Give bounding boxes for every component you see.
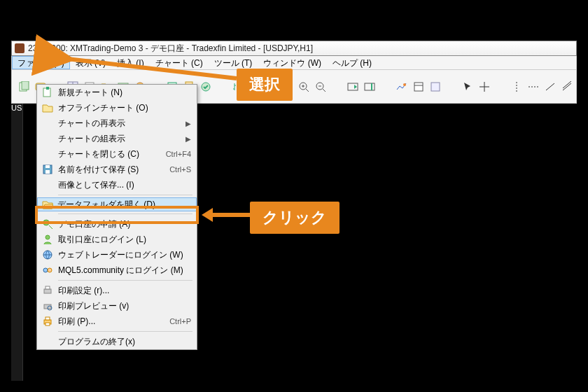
label: 印刷プレビュー (v)	[58, 300, 191, 312]
label: 取引口座にログイン (L)	[58, 234, 191, 246]
tb-hline[interactable]	[526, 79, 541, 94]
save-icon	[37, 164, 58, 175]
label: 印刷 (P)...	[58, 316, 156, 328]
menu-file[interactable]: ファイル (F)	[12, 56, 70, 69]
side-tab-label: US	[11, 104, 22, 112]
arrow-to-file-menu	[63, 56, 238, 84]
svg-point-28	[46, 235, 50, 239]
svg-rect-17	[414, 83, 423, 91]
menu-item-close-chart[interactable]: チャートを閉じる (C) Ctrl+F4	[37, 146, 197, 162]
svg-rect-37	[46, 317, 50, 320]
svg-rect-26	[46, 165, 50, 168]
svg-rect-23	[46, 87, 49, 90]
shortcut: Ctrl+S	[156, 165, 191, 174]
menu-item-print-setup[interactable]: 印刷設定 (r)...	[37, 283, 197, 298]
menu-item-print-preview[interactable]: 印刷プレビュー (v)	[37, 298, 197, 314]
tb-equidistant[interactable]	[559, 79, 575, 94]
label: チャートを閉じる (C)	[58, 148, 156, 160]
print-setup-icon	[37, 285, 58, 296]
callout-select-label: 選択	[249, 76, 280, 93]
label: チャートの組表示	[58, 133, 181, 145]
label: 印刷設定 (r)...	[58, 285, 191, 297]
label: チャートの再表示	[58, 118, 181, 130]
title-bar: 23672900: XMTrading-Demo 3 - デモ口座 - Trad…	[11, 41, 577, 56]
tb-periods[interactable]	[411, 79, 426, 94]
label: ウェブトレーダーにログイン (W)	[58, 249, 191, 261]
menu-item-login-mql5[interactable]: MQL5.community にログイン (M)	[37, 262, 197, 278]
menu-item-save-image[interactable]: 画像として保存... (I)	[37, 177, 197, 192]
tb-trendline[interactable]	[542, 79, 558, 94]
menu-item-chart-redisplay[interactable]: チャートの再表示 ▶	[37, 115, 197, 131]
tb-vline[interactable]	[509, 79, 524, 94]
menu-item-print[interactable]: 印刷 (P)... Ctrl+P	[37, 314, 197, 329]
svg-rect-25	[46, 170, 50, 174]
tb-autoscroll[interactable]	[345, 79, 360, 94]
svg-point-16	[403, 83, 406, 86]
print-preview-icon	[37, 300, 58, 312]
menu-item-login-trading[interactable]: 取引口座にログイン (L)	[37, 232, 197, 247]
label: 名前を付けて保存 (S)	[58, 164, 156, 176]
shortcut: Ctrl+F4	[156, 150, 191, 158]
svg-rect-32	[44, 289, 51, 293]
label: プログラムの終了(x)	[58, 336, 191, 348]
svg-rect-33	[46, 286, 50, 289]
label: 画像として保存... (I)	[58, 179, 191, 191]
tb-indicators[interactable]	[394, 79, 410, 94]
tb-chart-shift[interactable]	[362, 79, 377, 94]
menu-item-exit[interactable]: プログラムの終了(x)	[37, 334, 197, 349]
app-icon	[15, 43, 24, 53]
tb-new-chart[interactable]	[16, 79, 31, 94]
svg-rect-1	[22, 81, 29, 90]
window-title: 23672900: XMTrading-Demo 3 - デモ口座 - Trad…	[28, 43, 313, 55]
side-tab[interactable]: US	[11, 104, 23, 381]
label: オフラインチャート (O)	[58, 102, 191, 114]
menu-item-new-chart[interactable]: 新規チャート (N)	[37, 85, 197, 100]
callout-click: クリック	[250, 202, 340, 234]
print-icon	[37, 316, 58, 327]
tb-cursor[interactable]	[460, 79, 475, 94]
tb-templates[interactable]	[428, 79, 443, 94]
svg-rect-15	[365, 83, 374, 90]
menu-item-offline-chart[interactable]: オフラインチャート (O)	[37, 100, 197, 115]
community-icon	[37, 265, 58, 276]
menu-item-save-as[interactable]: 名前を付けて保存 (S) Ctrl+S	[37, 162, 197, 177]
tb-zoom-out[interactable]	[313, 79, 328, 94]
tb-zoom-in[interactable]	[296, 79, 312, 94]
menu-window[interactable]: ウィンドウ (W)	[258, 56, 327, 69]
svg-point-30	[43, 268, 48, 272]
submenu-arrow-icon: ▶	[181, 120, 191, 127]
globe-icon	[37, 249, 58, 260]
svg-point-31	[48, 268, 52, 272]
folder-icon	[37, 102, 58, 113]
new-chart-icon	[37, 87, 58, 98]
svg-line-39	[67, 59, 237, 78]
tb-crosshair[interactable]	[477, 79, 492, 94]
shortcut: Ctrl+P	[156, 317, 191, 326]
highlight-box-open-folder	[35, 206, 199, 224]
label: 新規チャート (N)	[58, 87, 191, 99]
callout-select: 選択	[237, 69, 293, 101]
menu-help[interactable]: ヘルプ (H)	[327, 56, 377, 69]
submenu-arrow-icon: ▶	[181, 135, 191, 143]
label: MQL5.community にログイン (M)	[58, 265, 191, 276]
login-icon	[37, 234, 58, 245]
svg-rect-38	[46, 323, 50, 326]
menu-item-login-web[interactable]: ウェブトレーダーにログイン (W)	[37, 247, 197, 262]
svg-rect-18	[431, 83, 440, 91]
callout-click-label: クリック	[262, 209, 327, 226]
menu-item-chart-group[interactable]: チャートの組表示 ▶	[37, 131, 197, 146]
